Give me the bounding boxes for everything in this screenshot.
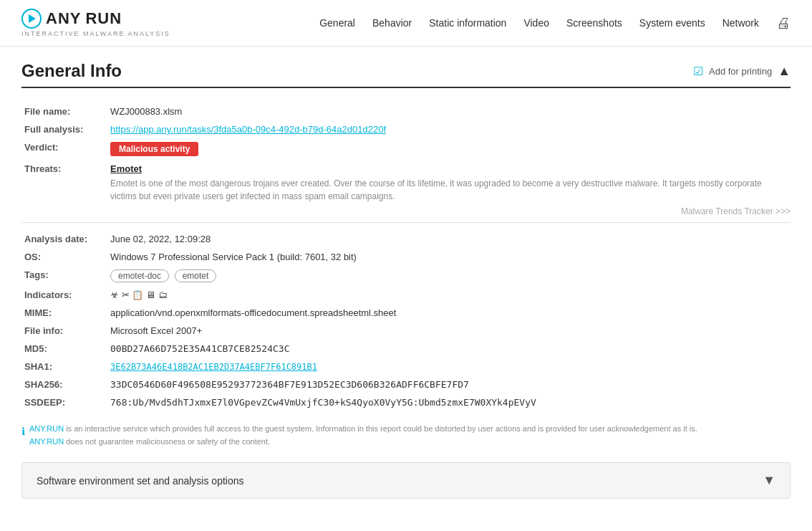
nav-system-events[interactable]: System events <box>639 17 705 29</box>
logo-text-run: RUN <box>85 9 122 28</box>
main-content: General Info ☑ Add for printing ▲ File n… <box>0 47 812 513</box>
malware-trends[interactable]: Malware Trends Tracker >>> <box>21 206 791 216</box>
main-nav: General Behavior Static information Vide… <box>319 15 791 32</box>
sha1-row: SHA1: 3E62B73A46E418B2AC1EB2D37A4EBF7F61… <box>21 358 791 375</box>
disclaimer-link-1[interactable]: ANY.RUN <box>29 424 64 433</box>
tags-label: Tags: <box>21 266 107 286</box>
verdict-label: Verdict: <box>21 138 107 160</box>
sha256-value: 33DC0546D60F496508E95293772364BF7E913D52… <box>107 375 791 393</box>
sha256-label: SHA256: <box>21 375 107 393</box>
indicator-scissors-icon: ✂ <box>122 290 130 300</box>
software-env-section[interactable]: Software environment set and analysis op… <box>21 462 791 499</box>
logo-area: ANY RUN INTERACTIVE MALWARE ANALYSIS <box>21 9 170 37</box>
sha256-row: SHA256: 33DC0546D60F496508E95293772364BF… <box>21 375 791 393</box>
disclaimer-text-4: does not guarantee maliciousness or safe… <box>64 437 270 446</box>
logo-top: ANY RUN <box>21 9 170 29</box>
threat-name-link[interactable]: Emotet <box>110 163 142 174</box>
logo-text-any: ANY <box>46 9 81 28</box>
sha1-value: 3E62B73A46E418B2AC1EB2D37A4EBF7F61C891B1 <box>107 358 791 375</box>
mime-value: application/vnd.openxmlformats-officedoc… <box>107 304 791 322</box>
ssdeep-label: SSDEEP: <box>21 393 107 411</box>
md5-value: 00BD27A66D752E35A41CB7CE82524C3C <box>107 340 791 358</box>
nav-network[interactable]: Network <box>722 17 759 29</box>
file-info-label: File info: <box>21 322 107 340</box>
nav-behavior[interactable]: Behavior <box>372 17 412 29</box>
threats-value: Emotet Emotet is one of the most dangero… <box>107 160 791 206</box>
indicators-value: ☣ ✂ 📋 🖥 🗂 <box>107 286 791 304</box>
disclaimer-link-2[interactable]: ANY.RUN <box>29 437 64 446</box>
indicators-row: Indicators: ☣ ✂ 📋 🖥 🗂 <box>21 286 791 304</box>
indicator-biohazard-icon: ☣ <box>110 290 119 300</box>
print-icon[interactable]: 🖨 <box>776 15 791 32</box>
section-title: General Info <box>21 61 122 81</box>
file-info-value: Microsoft Excel 2007+ <box>107 322 791 340</box>
os-row: OS: Windows 7 Professional Service Pack … <box>21 248 791 266</box>
full-analysis-label: Full analysis: <box>21 120 107 138</box>
section-actions: ☑ Add for printing ▲ <box>693 64 791 79</box>
full-analysis-link[interactable]: https://app.any.run/tasks/3fda5a0b-09c4-… <box>110 124 386 135</box>
full-analysis-value: https://app.any.run/tasks/3fda5a0b-09c4-… <box>107 120 791 138</box>
analysis-date-row: Analysis date: June 02, 2022, 12:09:28 <box>21 230 791 248</box>
ssdeep-row: SSDEEP: 768:Ub/Mvd5dhTJxmxE7l0VGpevZCw4V… <box>21 393 791 411</box>
nav-general[interactable]: General <box>319 17 355 29</box>
file-name-row: File name: WZJ000883.xlsm <box>21 102 791 120</box>
tag-emotet-doc[interactable]: emotet-doc <box>110 269 169 282</box>
threat-description: Emotet is one of the most dangerous troj… <box>110 177 788 203</box>
indicator-folder-icon: 🗂 <box>158 290 168 300</box>
md5-row: MD5: 00BD27A66D752E35A41CB7CE82524C3C <box>21 340 791 358</box>
general-info-table: File name: WZJ000883.xlsm Full analysis:… <box>21 102 791 206</box>
tags-value: emotet-doc emotet <box>107 266 791 286</box>
disclaimer: ℹ ANY.RUN is an interactive service whic… <box>21 423 791 448</box>
nav-static-information[interactable]: Static information <box>429 17 506 29</box>
os-label: OS: <box>21 248 107 266</box>
section-separator <box>21 222 791 223</box>
file-info-row: File info: Microsoft Excel 2007+ <box>21 322 791 340</box>
logo-play-icon <box>21 9 42 29</box>
analysis-date-value: June 02, 2022, 12:09:28 <box>107 230 791 248</box>
tags-row: Tags: emotet-doc emotet <box>21 266 791 286</box>
add-print-checkbox-icon[interactable]: ☑ <box>693 64 703 78</box>
disclaimer-text: ANY.RUN is an interactive service which … <box>29 423 697 448</box>
full-analysis-row: Full analysis: https://app.any.run/tasks… <box>21 120 791 138</box>
mime-label: MIME: <box>21 304 107 322</box>
ssdeep-value: 768:Ub/Mvd5dhTJxmxE7l0VGpevZCw4VmUxjfC30… <box>107 393 791 411</box>
sha1-link[interactable]: 3E62B73A46E418B2AC1EB2D37A4EBF7F61C891B1 <box>110 362 317 372</box>
verdict-row: Verdict: Malicious activity <box>21 138 791 160</box>
indicator-screen-icon: 🖥 <box>146 290 155 300</box>
sha1-label: SHA1: <box>21 358 107 375</box>
info-icon: ℹ <box>21 424 25 448</box>
nav-video[interactable]: Video <box>523 17 549 29</box>
threats-row: Threats: Emotet Emotet is one of the mos… <box>21 160 791 206</box>
file-name-label: File name: <box>21 102 107 120</box>
tag-emotet[interactable]: emotet <box>175 269 217 282</box>
md5-label: MD5: <box>21 340 107 358</box>
analysis-date-label: Analysis date: <box>21 230 107 248</box>
indicator-clipboard-icon: 📋 <box>132 290 143 300</box>
verdict-value: Malicious activity <box>107 138 791 160</box>
threats-label: Threats: <box>21 160 107 206</box>
add-print-label: Add for printing <box>709 66 772 77</box>
header: ANY RUN INTERACTIVE MALWARE ANALYSIS Gen… <box>0 0 812 47</box>
software-env-title: Software environment set and analysis op… <box>37 475 244 487</box>
os-value: Windows 7 Professional Service Pack 1 (b… <box>107 248 791 266</box>
nav-screenshots[interactable]: Screenshots <box>566 17 622 29</box>
file-name-value: WZJ000883.xlsm <box>107 102 791 120</box>
mime-row: MIME: application/vnd.openxmlformats-off… <box>21 304 791 322</box>
general-info-header: General Info ☑ Add for printing ▲ <box>21 61 791 88</box>
expand-icon[interactable]: ▼ <box>763 473 775 488</box>
indicators-label: Indicators: <box>21 286 107 304</box>
disclaimer-text-2: is an interactive service which provides… <box>64 424 697 433</box>
logo-tagline: INTERACTIVE MALWARE ANALYSIS <box>21 30 170 37</box>
collapse-icon[interactable]: ▲ <box>778 64 791 79</box>
general-info-table-2: Analysis date: June 02, 2022, 12:09:28 O… <box>21 230 791 411</box>
verdict-badge: Malicious activity <box>110 142 198 156</box>
